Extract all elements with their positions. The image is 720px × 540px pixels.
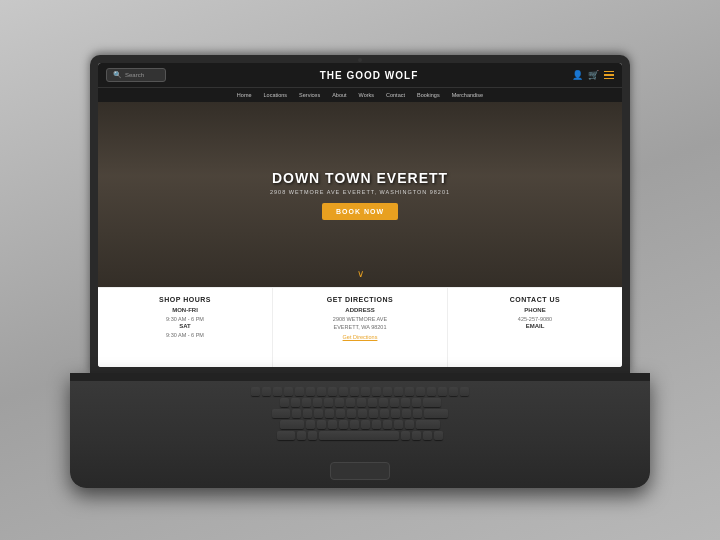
- get-directions-link[interactable]: Get Directions: [343, 334, 378, 340]
- key: [424, 409, 448, 418]
- key: [317, 387, 326, 396]
- key: [346, 398, 355, 407]
- weekday-hours: 9:30 AM - 6 PM: [166, 315, 204, 323]
- chevron-down-icon: ∨: [357, 268, 364, 279]
- key: [272, 409, 290, 418]
- search-icon: 🔍: [113, 71, 122, 79]
- contact-col: CONTACT US PHONE 425-257-9080 EMAIL: [448, 288, 622, 367]
- phone-label: PHONE: [524, 307, 545, 313]
- key: [423, 431, 432, 440]
- keyboard-row-2: [100, 398, 620, 407]
- key: [284, 387, 293, 396]
- email-label: EMAIL: [526, 323, 545, 329]
- shop-hours-heading: SHOP HOURS: [159, 296, 211, 303]
- key: [347, 409, 356, 418]
- key: [390, 398, 399, 407]
- website: 🔍 Search THE GOOD WOLF 👤 🛒: [98, 63, 622, 367]
- key: [402, 409, 411, 418]
- nav-bookings[interactable]: Bookings: [415, 91, 442, 99]
- key: [306, 420, 315, 429]
- weekday-label: MON-FRI: [172, 307, 198, 313]
- key: [273, 387, 282, 396]
- key: [350, 420, 359, 429]
- site-header: 🔍 Search THE GOOD WOLF 👤 🛒: [98, 63, 622, 87]
- key: [324, 398, 333, 407]
- key: [280, 420, 304, 429]
- keyboard-row-3: [100, 409, 620, 418]
- directions-heading: GET DIRECTIONS: [327, 296, 394, 303]
- key: [394, 387, 403, 396]
- key: [383, 420, 392, 429]
- address-line2: EVERETT, WA 98201: [334, 323, 387, 331]
- info-section: SHOP HOURS MON-FRI 9:30 AM - 6 PM SAT 9:…: [98, 287, 622, 367]
- address-label: ADDRESS: [345, 307, 374, 313]
- screen: 🔍 Search THE GOOD WOLF 👤 🛒: [98, 63, 622, 367]
- screen-bezel: 🔍 Search THE GOOD WOLF 👤 🛒: [90, 55, 630, 375]
- key: [361, 420, 370, 429]
- key: [317, 420, 326, 429]
- keyboard-row-1: [100, 387, 620, 396]
- key: [361, 387, 370, 396]
- nav-home[interactable]: Home: [235, 91, 254, 99]
- key: [427, 387, 436, 396]
- search-placeholder: Search: [125, 72, 144, 78]
- key: [280, 398, 289, 407]
- key: [449, 387, 458, 396]
- key: [412, 431, 421, 440]
- key: [369, 409, 378, 418]
- address-line1: 2908 WETMORE AVE: [333, 315, 387, 323]
- key: [295, 387, 304, 396]
- hero-title: DOWN TOWN EVERETT: [270, 170, 450, 186]
- key: [314, 409, 323, 418]
- key: [328, 387, 337, 396]
- nav-about[interactable]: About: [330, 91, 348, 99]
- sat-hours: 9:30 AM - 6 PM: [166, 331, 204, 339]
- sat-label: SAT: [179, 323, 191, 329]
- key: [302, 398, 311, 407]
- key: [277, 431, 295, 440]
- key: [251, 387, 260, 396]
- key: [297, 431, 306, 440]
- key: [292, 409, 301, 418]
- hinge: [70, 373, 650, 381]
- hero-subtitle: 2908 WETMORE AVE EVERETT, WASHINGTON 982…: [270, 189, 450, 195]
- key: [372, 387, 381, 396]
- cart-icon[interactable]: 🛒: [588, 70, 599, 80]
- camera: [358, 58, 362, 62]
- nav-merchandise[interactable]: Merchandise: [450, 91, 486, 99]
- key: [416, 387, 425, 396]
- site-nav: Home Locations Services About Works Cont…: [98, 87, 622, 102]
- key: [339, 387, 348, 396]
- key: [416, 420, 440, 429]
- contact-heading: CONTACT US: [510, 296, 560, 303]
- key: [413, 409, 422, 418]
- key: [383, 387, 392, 396]
- header-icons: 👤 🛒: [572, 70, 614, 80]
- search-box[interactable]: 🔍 Search: [106, 68, 166, 82]
- key: [328, 420, 337, 429]
- key: [291, 398, 300, 407]
- keyboard-row-4: [100, 420, 620, 429]
- key: [262, 387, 271, 396]
- nav-works[interactable]: Works: [357, 91, 376, 99]
- directions-col: GET DIRECTIONS ADDRESS 2908 WETMORE AVE …: [273, 288, 448, 367]
- key: [368, 398, 377, 407]
- key: [372, 420, 381, 429]
- key: [391, 409, 400, 418]
- key: [306, 387, 315, 396]
- touchpad: [330, 462, 390, 480]
- hamburger-menu[interactable]: [604, 71, 614, 80]
- key: [434, 431, 443, 440]
- spacebar: [319, 431, 399, 440]
- key: [379, 398, 388, 407]
- book-now-button[interactable]: BOOK NOW: [322, 203, 398, 220]
- key: [405, 420, 414, 429]
- key: [401, 431, 410, 440]
- key: [380, 409, 389, 418]
- nav-locations[interactable]: Locations: [262, 91, 290, 99]
- user-icon[interactable]: 👤: [572, 70, 583, 80]
- nav-services[interactable]: Services: [297, 91, 322, 99]
- nav-contact[interactable]: Contact: [384, 91, 407, 99]
- hero-content: DOWN TOWN EVERETT 2908 WETMORE AVE EVERE…: [270, 170, 450, 220]
- key: [335, 398, 344, 407]
